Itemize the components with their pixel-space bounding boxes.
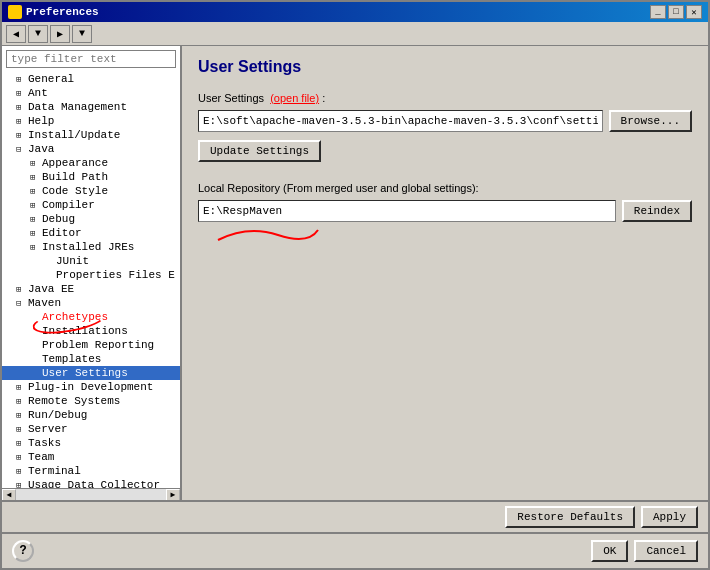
sidebar-item-code-style[interactable]: ⊞ Code Style [2,184,180,198]
sidebar-item-data-management[interactable]: ⊞ Data Management [2,100,180,114]
right-panel: User Settings User Settings (open file) … [182,46,708,500]
back-icon: ◀ [13,28,19,40]
sidebar-item-label: Usage Data Collector [28,479,160,488]
sidebar-item-compiler[interactable]: ⊞ Compiler [2,198,180,212]
panel-title: User Settings [198,58,692,76]
sidebar-item-label: Help [28,115,54,127]
sidebar-item-run-debug[interactable]: ⊞ Run/Debug [2,408,180,422]
expand-icon: ⊞ [16,438,26,449]
sidebar-item-label: Build Path [42,171,108,183]
close-button[interactable]: ✕ [686,5,702,19]
expand-icon: ⊞ [16,130,26,141]
bottom-right-buttons: OK Cancel [591,540,698,562]
sidebar-item-java-ee[interactable]: ⊞ Java EE [2,282,180,296]
sidebar-item-label: Plug-in Development [28,381,153,393]
restore-defaults-button[interactable]: Restore Defaults [505,506,635,528]
open-file-link[interactable]: (open file) [270,92,319,104]
title-bar: Preferences _ □ ✕ [2,2,708,22]
sidebar-item-label: Appearance [42,157,108,169]
expand-icon: ⊟ [16,144,26,155]
sidebar-item-label: Archetypes [42,311,108,323]
minimize-button[interactable]: _ [650,5,666,19]
left-panel: ⊞ General ⊞ Ant ⊞ Data Management ⊞ Help [2,46,182,500]
sidebar-item-general[interactable]: ⊞ General [2,72,180,86]
preferences-window: Preferences _ □ ✕ ◀ ▼ ▶ ▼ ⊞ [0,0,710,570]
expand-icon: ⊟ [16,298,26,309]
expand-icon: ⊞ [30,200,40,211]
sidebar-item-team[interactable]: ⊞ Team [2,450,180,464]
colon-text: : [322,92,325,104]
sidebar-item-label: Install/Update [28,129,120,141]
sidebar-item-terminal[interactable]: ⊞ Terminal [2,464,180,478]
sidebar-item-label: Remote Systems [28,395,120,407]
user-settings-section-label: User Settings (open file) : [198,92,692,104]
sidebar-item-label: Editor [42,227,82,239]
sidebar-item-label: JUnit [56,255,89,267]
update-settings-button[interactable]: Update Settings [198,140,321,162]
expand-icon: ⊞ [16,74,26,85]
window-icon [8,5,22,19]
sidebar-item-install-update[interactable]: ⊞ Install/Update [2,128,180,142]
sidebar-item-junit[interactable]: JUnit [2,254,180,268]
sidebar-item-build-path[interactable]: ⊞ Build Path [2,170,180,184]
sidebar-item-help[interactable]: ⊞ Help [2,114,180,128]
sidebar-item-label: Java EE [28,283,74,295]
sidebar-item-properties-files[interactable]: Properties Files E [2,268,180,282]
sidebar-item-plugin-development[interactable]: ⊞ Plug-in Development [2,380,180,394]
window-title: Preferences [26,6,99,18]
expand-icon: ⊞ [16,284,26,295]
scroll-right-button[interactable]: ▶ [166,489,180,501]
horizontal-scrollbar[interactable]: ◀ ▶ [2,488,180,500]
expand-icon: ⊞ [16,88,26,99]
sidebar-item-user-settings[interactable]: User Settings [2,366,180,380]
sidebar-item-debug[interactable]: ⊞ Debug [2,212,180,226]
sidebar-item-label: Installed JREs [42,241,134,253]
reindex-button[interactable]: Reindex [622,200,692,222]
scroll-left-button[interactable]: ◀ [2,489,16,501]
dropdown-button[interactable]: ▼ [28,25,48,43]
expand-icon: ⊞ [16,480,26,489]
apply-button[interactable]: Apply [641,506,698,528]
expand-icon: ⊞ [16,102,26,113]
expand-icon: ⊞ [30,242,40,253]
scroll-track[interactable] [16,489,166,500]
forward-dropdown-button[interactable]: ▼ [72,25,92,43]
local-repo-row: Reindex [198,200,692,222]
local-repo-input[interactable] [198,200,616,222]
sidebar-item-label: User Settings [42,367,128,379]
browse-button[interactable]: Browse... [609,110,692,132]
sidebar-item-remote-systems[interactable]: ⊞ Remote Systems [2,394,180,408]
sidebar-item-label: Ant [28,87,48,99]
sidebar-item-server[interactable]: ⊞ Server [2,422,180,436]
back-button[interactable]: ◀ [6,25,26,43]
sidebar-item-label: Problem Reporting [42,339,154,351]
sidebar-item-usage-data[interactable]: ⊞ Usage Data Collector [2,478,180,488]
expand-icon: ⊞ [30,214,40,225]
sidebar-item-label: Java [28,143,54,155]
sidebar-item-installed-jres[interactable]: ⊞ Installed JREs [2,240,180,254]
sidebar-item-templates[interactable]: Templates [2,352,180,366]
expand-icon: ⊞ [16,424,26,435]
sidebar-item-java[interactable]: ⊟ Java [2,142,180,156]
forward-icon: ▶ [57,28,63,40]
sidebar-item-ant[interactable]: ⊞ Ant [2,86,180,100]
sidebar-item-archetypes[interactable]: Archetypes [2,310,180,324]
settings-path-input[interactable] [198,110,603,132]
sidebar-item-appearance[interactable]: ⊞ Appearance [2,156,180,170]
sidebar-item-tasks[interactable]: ⊞ Tasks [2,436,180,450]
sidebar-item-label: Code Style [42,185,108,197]
sidebar-item-problem-reporting[interactable]: Problem Reporting [2,338,180,352]
ok-button[interactable]: OK [591,540,628,562]
cancel-button[interactable]: Cancel [634,540,698,562]
restore-apply-bar: Restore Defaults Apply [2,500,708,532]
expand-icon: ⊞ [16,382,26,393]
maximize-button[interactable]: □ [668,5,684,19]
expand-icon: ⊞ [16,396,26,407]
forward-button[interactable]: ▶ [50,25,70,43]
expand-icon: ⊞ [30,228,40,239]
help-button[interactable]: ? [12,540,34,562]
sidebar-item-editor[interactable]: ⊞ Editor [2,226,180,240]
sidebar-item-label: Maven [28,297,61,309]
sidebar-item-label: Compiler [42,199,95,211]
filter-input[interactable] [6,50,176,68]
